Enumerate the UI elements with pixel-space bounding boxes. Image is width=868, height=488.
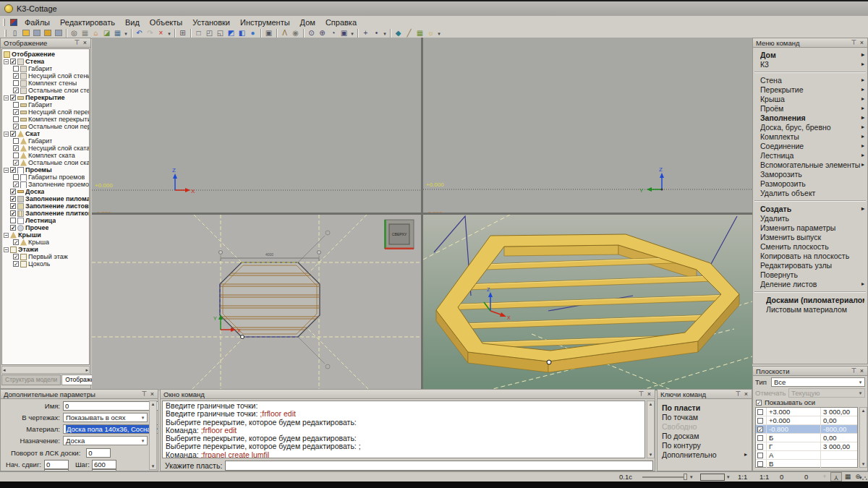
tree-checkbox[interactable] <box>13 66 19 72</box>
plane-mark-select[interactable]: Текущую ▾ <box>788 388 865 398</box>
show-axes-checkbox[interactable] <box>756 400 762 406</box>
command-key-item[interactable]: По пласти <box>658 403 752 412</box>
command-key-item[interactable]: Свободно <box>658 421 752 431</box>
command-menu-item[interactable]: Крыша <box>753 94 867 103</box>
tree-checkbox[interactable] <box>13 87 19 93</box>
tree-item[interactable]: Перекрытие <box>2 94 89 101</box>
tree-checkbox[interactable] <box>10 196 16 202</box>
tree-item[interactable]: Несущий слой ската <box>2 145 89 152</box>
command-menu-item[interactable]: Досками (пиломатериалом) <box>753 295 867 304</box>
tree-checkbox[interactable] <box>13 102 19 108</box>
scroll-up-icon[interactable]: ▴ <box>862 408 865 414</box>
tree-item[interactable]: Несущий слой перекрытия <box>2 108 89 116</box>
tree-checkbox[interactable] <box>13 124 19 129</box>
tree-expander-icon[interactable] <box>4 233 9 238</box>
tree-checkbox[interactable] <box>13 138 19 144</box>
command-menu-item[interactable]: Стена <box>753 75 867 85</box>
plane-checkbox[interactable] <box>757 453 763 458</box>
tree-item[interactable]: Комплект ската <box>2 152 89 159</box>
tree-checkbox[interactable] <box>13 116 19 122</box>
tab-model-structure[interactable]: Структура модели <box>1 374 61 385</box>
command-menu-item[interactable]: Перекрытие <box>753 85 867 94</box>
scroll-down-icon[interactable]: ▾ <box>862 461 865 467</box>
plane-type-select[interactable]: Все ▾ <box>771 377 865 387</box>
tree-item[interactable]: Прочее <box>2 224 89 231</box>
tree-checkbox[interactable] <box>10 167 16 173</box>
current-color-swatch[interactable] <box>700 474 725 481</box>
chevron-down-icon[interactable]: ▾ <box>727 474 730 480</box>
chevron-down-icon[interactable]: ▾ <box>859 475 862 481</box>
save-all-icon[interactable] <box>53 28 64 38</box>
tree-checkbox[interactable] <box>13 160 19 166</box>
tree-checkbox[interactable] <box>13 73 19 79</box>
plane-checkbox[interactable] <box>757 444 763 450</box>
sheet-grid-icon[interactable]: ▦ <box>414 28 425 38</box>
delete-icon[interactable]: × <box>156 28 166 38</box>
wireframe-view-icon[interactable]: □ <box>193 28 204 38</box>
scroll-down-icon[interactable]: ▾ <box>152 463 155 469</box>
tree-item[interactable]: Первый этаж <box>2 253 89 260</box>
command-menu-item[interactable]: Комплекты <box>753 132 867 141</box>
undo-icon[interactable]: ↶ <box>134 28 145 38</box>
tree-checkbox[interactable] <box>10 189 16 194</box>
grid-plane-icon[interactable]: ⊞ <box>177 28 188 38</box>
pin-icon[interactable] <box>850 367 858 375</box>
open-folder-icon[interactable] <box>20 28 31 38</box>
tree-checkbox[interactable] <box>10 218 16 223</box>
params-scrollbar[interactable]: ▴ ▾ <box>149 401 157 470</box>
command-menu-item[interactable]: Соединение <box>753 141 867 150</box>
tree-item[interactable]: Габарит <box>2 137 89 145</box>
plane-row[interactable]: Б0,00 <box>756 434 857 442</box>
chevron-down-icon[interactable]: ▾ <box>690 474 693 480</box>
name-field[interactable] <box>63 401 158 411</box>
command-menu-item[interactable]: Заполнения <box>753 113 867 122</box>
scroll-up-icon[interactable]: ▴ <box>650 401 652 407</box>
cube-hidden-view-icon[interactable]: ◱ <box>215 28 226 38</box>
tree-expander-icon[interactable] <box>4 168 9 173</box>
command-log-scrollbar[interactable]: ▴ ▾ <box>647 401 655 458</box>
purpose-select[interactable]: Доска ▾ <box>63 436 148 445</box>
pencil-icon[interactable]: ╱ <box>404 28 414 38</box>
tree-item[interactable]: Габарит <box>2 101 89 108</box>
command-key-item[interactable]: По доскам <box>658 431 752 440</box>
menubar-grip[interactable] <box>3 19 5 26</box>
tree-item[interactable]: Комплект стены <box>2 80 89 87</box>
tree-item[interactable]: Остальные слои ската <box>2 159 89 166</box>
plane-row[interactable]: А <box>756 451 857 460</box>
tree-item[interactable]: Цоколь <box>2 260 89 267</box>
table-icon[interactable]: ▦ <box>112 28 123 38</box>
tree-checkbox[interactable] <box>13 109 19 115</box>
tree-item[interactable]: Доска <box>2 188 89 195</box>
plane-checkbox[interactable] <box>757 427 763 432</box>
menu-item-objects[interactable]: Объекты <box>145 17 187 27</box>
tree-checkbox[interactable] <box>10 225 16 231</box>
axes-toggle-icon[interactable]: Y <box>830 472 842 481</box>
rotation-field[interactable] <box>86 448 111 458</box>
tree-item[interactable]: Несущий слой стены <box>2 72 89 80</box>
command-key-item[interactable]: Дополнительно <box>658 450 752 459</box>
tree-item[interactable]: Скат <box>2 130 89 137</box>
plane-checkbox[interactable] <box>757 418 763 424</box>
command-menu-item[interactable]: Создать <box>753 204 867 213</box>
command-menu-item[interactable]: Повернуть <box>753 270 867 279</box>
ucs-axes-icon[interactable]: Λ <box>279 28 290 38</box>
command-menu-item[interactable]: Удалить объект <box>753 188 867 197</box>
home-icon[interactable]: ⌂ <box>90 28 101 38</box>
title-bar[interactable]: K3-Cottage <box>0 0 868 16</box>
command-menu-item[interactable]: Дом <box>753 50 867 59</box>
command-menu-item[interactable]: Лестница <box>753 150 867 160</box>
command-menu-item[interactable]: Листовым материалом <box>753 304 867 314</box>
cube-shaded-view-icon[interactable]: ◩ <box>226 28 237 38</box>
tree-checkbox[interactable] <box>13 153 19 158</box>
tree-item[interactable]: Крыши <box>2 231 89 239</box>
close-icon[interactable] <box>858 39 866 47</box>
plane-row[interactable]: +3.0003 000,00 <box>756 408 857 416</box>
command-menu-item[interactable]: Копировать на плоскость <box>753 251 867 260</box>
sheet-edit-icon[interactable]: ◪ <box>101 28 112 38</box>
command-key-item[interactable]: По контуру <box>658 440 752 450</box>
command-menu-item[interactable]: Сменить плоскость <box>753 241 867 251</box>
speed-slider[interactable] <box>642 476 687 478</box>
tree-expander-icon[interactable] <box>4 59 9 64</box>
plane-checkbox[interactable] <box>757 435 763 441</box>
zoom-window-icon[interactable]: ⊕ <box>317 28 328 38</box>
